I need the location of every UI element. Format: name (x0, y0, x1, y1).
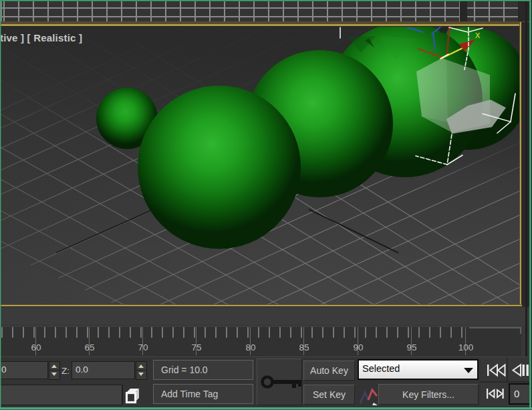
svg-text:X: X (475, 31, 481, 39)
